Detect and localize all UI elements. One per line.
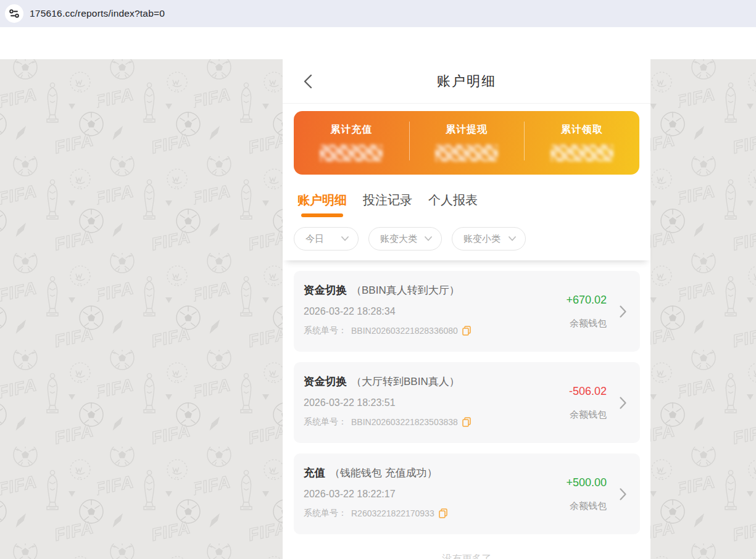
summary-section: 累计充值 累计提现 累计领取	[283, 104, 650, 175]
order-label: 系统单号：	[304, 325, 347, 336]
transaction-detail: （钱能钱包 充值成功）	[330, 467, 438, 479]
transaction-wallet: 余额钱包	[570, 500, 607, 512]
chevron-down-icon	[509, 236, 516, 241]
transaction-wallet: 余额钱包	[570, 409, 607, 421]
filter-minor-category-dropdown[interactable]: 账变小类	[452, 227, 526, 251]
order-label: 系统单号：	[304, 508, 347, 519]
order-number: R2603221822170933	[351, 508, 434, 518]
divider	[524, 122, 525, 160]
copy-icon	[439, 508, 447, 518]
transaction-card[interactable]: 资金切换（大厅转到BBIN真人） 2026-03-22 18:23:51 系统单…	[294, 362, 640, 443]
summary-label: 累计提现	[446, 123, 488, 136]
transaction-type: 资金切换	[304, 284, 347, 296]
filter-bar: 今日 账变大类 账变小类	[283, 221, 650, 260]
redacted-value	[550, 144, 613, 162]
app-header: 账户明细	[283, 59, 650, 104]
tab-personal-report[interactable]: 个人报表	[428, 192, 478, 221]
transaction-right: -506.02 余额钱包	[569, 362, 607, 443]
tab-bar: 账户明细 投注记录 个人报表	[283, 175, 650, 221]
summary-label: 累计领取	[561, 123, 603, 136]
summary-banner: 累计充值 累计提现 累计领取	[294, 111, 639, 175]
chevron-down-icon	[341, 236, 349, 241]
browser-address-bar[interactable]: 175616.cc/reports/index?tab=0	[0, 0, 756, 27]
chevron-down-icon	[425, 236, 432, 241]
copy-icon	[462, 326, 471, 336]
tab-account-detail[interactable]: 账户明细	[297, 192, 347, 221]
order-number: BBIN202603221823503838	[351, 417, 458, 427]
chevron-right-icon	[620, 488, 626, 500]
transaction-amount: +500.00	[566, 476, 607, 489]
order-label: 系统单号：	[304, 416, 347, 428]
site-settings-icon	[7, 7, 21, 20]
page-title: 账户明细	[437, 72, 496, 91]
no-more-text: 没有更多了	[294, 545, 640, 559]
redacted-value	[435, 144, 498, 162]
copy-icon	[462, 417, 471, 427]
filter-label: 账变小类	[463, 233, 501, 245]
transaction-detail: （大厅转到BBIN真人）	[351, 376, 460, 387]
transaction-wallet: 余额钱包	[570, 318, 607, 329]
chevron-right-icon	[620, 305, 626, 318]
tab-bet-records[interactable]: 投注记录	[363, 192, 412, 221]
app-panel: 账户明细 累计充值 累计提现 累计领取 账户明细 投注记录 个人报表 今日	[283, 59, 650, 559]
order-number: BBIN202603221828336080	[351, 326, 458, 336]
transaction-card[interactable]: 充值（钱能钱包 充值成功） 2026-03-22 18:22:17 系统单号：R…	[294, 453, 640, 534]
transaction-amount: +670.02	[566, 294, 607, 307]
copy-button[interactable]	[462, 417, 471, 427]
summary-col-recharge: 累计充值	[294, 111, 409, 175]
copy-button[interactable]	[439, 508, 447, 518]
summary-col-claim: 累计领取	[524, 111, 639, 175]
transaction-detail: （BBIN真人转到大厅）	[351, 284, 460, 296]
transaction-list: 资金切换（BBIN真人转到大厅） 2026-03-22 18:28:34 系统单…	[283, 260, 650, 559]
chevron-left-icon	[304, 74, 312, 89]
url-text[interactable]: 175616.cc/reports/index?tab=0	[30, 8, 165, 19]
filter-label: 账变大类	[380, 233, 417, 245]
transaction-card[interactable]: 资金切换（BBIN真人转到大厅） 2026-03-22 18:28:34 系统单…	[294, 271, 640, 352]
transaction-type: 资金切换	[304, 375, 347, 387]
transaction-amount: -506.02	[569, 385, 607, 398]
filter-date-dropdown[interactable]: 今日	[294, 227, 359, 251]
transaction-right: +670.02 余额钱包	[566, 271, 607, 352]
back-button[interactable]	[304, 73, 316, 89]
filter-major-category-dropdown[interactable]: 账变大类	[368, 227, 442, 251]
transaction-right: +500.00 余额钱包	[566, 453, 607, 534]
site-settings-button[interactable]	[5, 4, 23, 23]
divider	[409, 122, 410, 160]
copy-button[interactable]	[462, 326, 471, 336]
chevron-right-icon	[620, 397, 626, 409]
filter-label: 今日	[305, 233, 324, 245]
transaction-type: 充值	[304, 466, 325, 479]
summary-label: 累计充值	[330, 123, 372, 136]
summary-col-withdraw: 累计提现	[409, 111, 525, 175]
redacted-value	[320, 144, 383, 162]
